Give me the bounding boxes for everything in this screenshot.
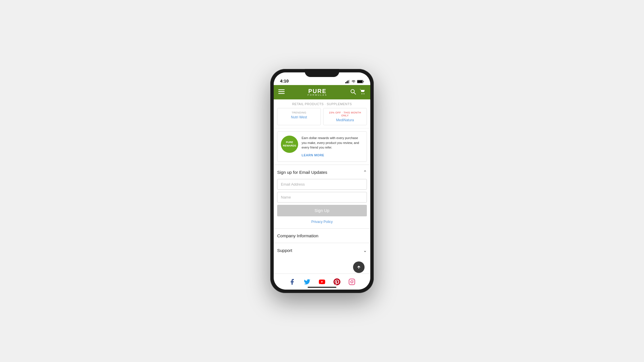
search-icon[interactable] — [350, 89, 356, 96]
menu-icon[interactable] — [278, 89, 285, 95]
svg-rect-8 — [278, 93, 285, 94]
trending-label-1: TRENDING — [280, 111, 318, 114]
pinterest-icon[interactable] — [333, 278, 341, 286]
page-content: RETAIL PRODUCTS · SUPPLEMENTS TRENDING N… — [274, 99, 370, 274]
svg-point-15 — [351, 281, 353, 283]
scroll-to-top-button[interactable] — [353, 261, 365, 273]
battery-icon — [357, 80, 364, 83]
arrow-up-icon — [356, 265, 361, 269]
facebook-svg — [289, 278, 296, 285]
cart-icon[interactable] — [359, 89, 366, 96]
instagram-icon[interactable] — [348, 278, 356, 286]
name-input[interactable] — [277, 192, 367, 203]
svg-point-16 — [353, 280, 354, 280]
pinterest-svg — [334, 278, 340, 285]
rewards-logo-line2: REWARDS — [283, 144, 296, 148]
rewards-logo: PURE REWARDS — [281, 136, 298, 153]
rewards-logo-line1: PURE — [286, 141, 293, 144]
rewards-section: PURE REWARDS Earn dollar rewards with ev… — [277, 131, 367, 162]
chevron-up-icon[interactable]: ⌃ — [363, 170, 367, 175]
signup-button[interactable]: Sign Up — [277, 205, 367, 216]
twitter-icon[interactable] — [303, 278, 311, 286]
company-info-title: Company Information — [277, 233, 318, 238]
rewards-text: Earn dollar rewards with every purchase … — [302, 136, 363, 157]
logo-formulas: FORMULAS — [308, 94, 327, 96]
support-title: Support — [277, 248, 292, 253]
cart-svg — [359, 89, 366, 95]
email-input[interactable] — [277, 179, 367, 190]
youtube-icon[interactable] — [318, 278, 326, 286]
svg-point-12 — [363, 93, 364, 94]
home-indicator — [308, 287, 336, 288]
trending-label-2: 15% OFF · THIS MONTH ONLY — [326, 111, 364, 117]
social-bar — [274, 274, 370, 290]
logo-pure: PURE — [308, 88, 327, 94]
trending-brand-1: Nutri West — [280, 115, 318, 119]
phone-frame: 4:10 — [270, 69, 374, 293]
svg-point-11 — [361, 93, 362, 94]
company-info-section[interactable]: Company Information — [274, 228, 370, 243]
svg-rect-3 — [349, 80, 350, 83]
trending-card-2[interactable]: 15% OFF · THIS MONTH ONLY MediNatura — [323, 108, 367, 125]
status-icons — [345, 80, 364, 83]
nav-header: PURE FORMULAS — [274, 85, 370, 99]
rewards-description: Earn dollar rewards with every purchase … — [302, 136, 363, 150]
svg-rect-1 — [346, 81, 347, 83]
search-svg — [350, 89, 356, 95]
trending-card-1[interactable]: TRENDING Nutri West — [277, 108, 321, 125]
email-signup-title: Sign up for Email Updates — [277, 170, 327, 175]
svg-rect-14 — [349, 279, 355, 285]
chevron-down-icon: ⌄ — [363, 248, 367, 253]
privacy-policy-link[interactable]: Privacy Policy — [277, 220, 367, 224]
svg-line-10 — [354, 93, 356, 94]
email-signup-header: Sign up for Email Updates ⌃ — [277, 170, 367, 175]
trending-header-text: RETAIL PRODUCTS · SUPPLEMENTS — [277, 102, 367, 106]
trending-brand-2: MediNatura — [326, 118, 364, 122]
facebook-icon[interactable] — [288, 278, 296, 286]
status-time: 4:10 — [280, 78, 289, 83]
support-section[interactable]: Support ⌄ — [274, 243, 370, 258]
site-logo[interactable]: PURE FORMULAS — [308, 88, 327, 96]
phone-notch — [305, 69, 339, 77]
twitter-svg — [304, 278, 310, 285]
hamburger-svg — [278, 89, 285, 94]
svg-rect-0 — [345, 82, 346, 83]
trending-section: RETAIL PRODUCTS · SUPPLEMENTS TRENDING N… — [274, 99, 370, 128]
signal-icon — [345, 80, 350, 83]
svg-rect-2 — [348, 80, 348, 83]
youtube-svg — [319, 278, 325, 285]
email-signup-section: Sign up for Email Updates ⌃ Sign Up Priv… — [274, 165, 370, 228]
wifi-icon — [351, 80, 356, 83]
instagram-svg — [348, 278, 355, 285]
svg-rect-6 — [278, 89, 285, 90]
svg-rect-5 — [357, 80, 363, 83]
svg-rect-7 — [278, 91, 285, 92]
learn-more-link[interactable]: LEARN MORE — [302, 153, 324, 157]
phone-screen: 4:10 — [274, 72, 370, 290]
trending-cards: TRENDING Nutri West 15% OFF · THIS MONTH… — [277, 108, 367, 125]
